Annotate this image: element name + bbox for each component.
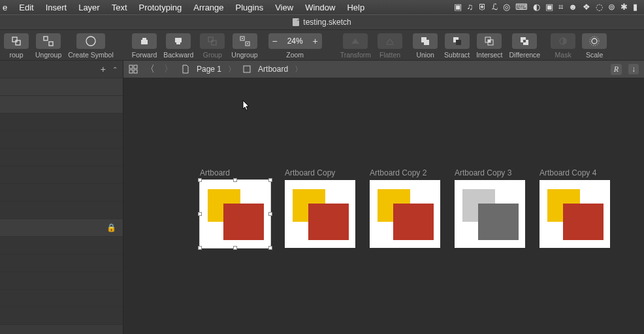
- breadcrumb-artboard[interactable]: Artboard: [258, 65, 288, 74]
- menu-layer[interactable]: Layer: [72, 3, 106, 12]
- r-toggle[interactable]: R: [611, 64, 622, 75]
- artboard-label[interactable]: Artboard Copy 3: [455, 168, 511, 177]
- zoom-out-button[interactable]: −: [268, 34, 282, 48]
- zoom-in-button[interactable]: +: [309, 34, 322, 48]
- loading-icon[interactable]: ◌: [596, 2, 603, 12]
- menu-arrange[interactable]: Arrange: [187, 3, 229, 12]
- zoom-value[interactable]: 24%: [282, 37, 309, 46]
- group-button[interactable]: [4, 33, 29, 49]
- status-icon[interactable]: ▣: [454, 2, 462, 12]
- artboard[interactable]: [200, 180, 270, 248]
- mask-button[interactable]: [551, 33, 575, 49]
- resize-handle[interactable]: [233, 178, 237, 182]
- layer-row[interactable]: [0, 131, 123, 149]
- resize-handle[interactable]: [268, 212, 272, 216]
- keyboard-icon[interactable]: ⌨: [515, 2, 528, 12]
- menu-help[interactable]: Help: [341, 3, 370, 12]
- red-square[interactable]: [393, 204, 434, 240]
- svg-rect-7: [176, 42, 180, 44]
- layer-row[interactable]: [0, 307, 123, 325]
- menu-item[interactable]: e: [3, 3, 13, 12]
- svg-rect-19: [488, 40, 491, 42]
- layer-row[interactable]: 🔒: [0, 219, 123, 237]
- headphones-icon[interactable]: ♫: [467, 2, 474, 12]
- cursor-icon: [242, 100, 250, 112]
- robot-icon[interactable]: ☻: [568, 2, 577, 12]
- nav-back-button[interactable]: 〈: [144, 63, 156, 75]
- resize-handle[interactable]: [198, 178, 202, 182]
- power-icon[interactable]: ◐: [533, 2, 540, 12]
- menu-window[interactable]: Window: [299, 3, 341, 12]
- difference-button[interactable]: [512, 33, 537, 49]
- add-page-button[interactable]: +: [101, 64, 106, 74]
- resize-handle[interactable]: [198, 246, 202, 250]
- shield-icon[interactable]: ⛨: [478, 2, 487, 12]
- layer-row[interactable]: [0, 202, 123, 219]
- subtract-button[interactable]: [445, 33, 470, 49]
- circle-icon[interactable]: ◎: [503, 2, 510, 12]
- transform-button[interactable]: [343, 33, 368, 49]
- red-square[interactable]: [563, 204, 604, 240]
- script-icon[interactable]: ℒ: [492, 2, 498, 12]
- artboard[interactable]: [539, 180, 610, 248]
- resize-handle[interactable]: [198, 212, 202, 216]
- lock-icon[interactable]: 🔒: [106, 223, 116, 232]
- layer-row[interactable]: [0, 96, 123, 114]
- menu-view[interactable]: View: [269, 3, 299, 12]
- canvas[interactable]: ArtboardArtboard CopyArtboard Copy 2Artb…: [123, 78, 644, 334]
- artboard-label[interactable]: Artboard Copy 4: [539, 168, 596, 177]
- plugin-icon[interactable]: ⌗: [558, 2, 563, 12]
- forward-button[interactable]: [132, 33, 157, 49]
- flatten-button[interactable]: [378, 33, 402, 49]
- layer-row[interactable]: [0, 114, 123, 131]
- red-square[interactable]: [478, 204, 519, 240]
- resize-handle[interactable]: [268, 246, 272, 250]
- layer-row[interactable]: [0, 78, 123, 96]
- menu-insert[interactable]: Insert: [40, 3, 73, 12]
- layer-row[interactable]: [0, 184, 123, 202]
- bluetooth-icon[interactable]: ✱: [620, 2, 628, 12]
- layer-row[interactable]: [0, 254, 123, 272]
- intersect-button[interactable]: [477, 33, 502, 49]
- artboard-label[interactable]: Artboard: [200, 168, 230, 177]
- layer-row[interactable]: [0, 149, 123, 166]
- breadcrumb-page[interactable]: Page 1: [197, 65, 221, 74]
- layer-row[interactable]: [0, 166, 123, 184]
- resize-handle[interactable]: [233, 246, 237, 250]
- paw-icon[interactable]: ❖: [583, 2, 590, 12]
- red-square[interactable]: [223, 204, 264, 240]
- download-icon[interactable]: ↓: [628, 64, 639, 74]
- red-square[interactable]: [308, 204, 349, 240]
- artboard-label[interactable]: Artboard Copy 2: [370, 168, 427, 177]
- menu-text[interactable]: Text: [106, 3, 133, 12]
- layer-row[interactable]: [0, 237, 123, 254]
- menu-plugins[interactable]: Plugins: [230, 3, 270, 12]
- artboard[interactable]: [370, 180, 440, 248]
- menu-prototyping[interactable]: Prototyping: [133, 3, 188, 12]
- svg-point-13: [247, 43, 248, 44]
- ungroup2-button[interactable]: [233, 33, 257, 49]
- create-symbol-button[interactable]: [76, 33, 105, 49]
- layer-row[interactable]: [0, 290, 123, 307]
- create-symbol-label: Create Symbol: [68, 51, 113, 59]
- scale-button[interactable]: [582, 33, 607, 49]
- page-icon: [181, 65, 190, 74]
- wifi-icon[interactable]: ⊚: [608, 2, 615, 12]
- union-button[interactable]: [413, 33, 438, 49]
- layers-panel-header: + ⌃: [0, 61, 123, 78]
- artboard-label[interactable]: Artboard Copy: [285, 168, 335, 177]
- collapse-icon[interactable]: ⌃: [112, 66, 118, 73]
- battery-icon[interactable]: ▮: [633, 2, 637, 12]
- nav-forward-button[interactable]: 〉: [163, 63, 174, 75]
- resize-handle[interactable]: [268, 178, 272, 182]
- layer-row[interactable]: [0, 272, 123, 290]
- ungroup-button[interactable]: [36, 33, 61, 49]
- zoom-control[interactable]: − 24% +: [268, 33, 322, 49]
- display-icon[interactable]: ▣: [545, 2, 553, 12]
- grid-view-icon[interactable]: [129, 65, 138, 74]
- artboard[interactable]: [455, 180, 525, 248]
- artboard[interactable]: [285, 180, 355, 248]
- backward-button[interactable]: [166, 33, 191, 49]
- group2-button[interactable]: [200, 33, 225, 49]
- menu-edit[interactable]: Edit: [13, 3, 39, 12]
